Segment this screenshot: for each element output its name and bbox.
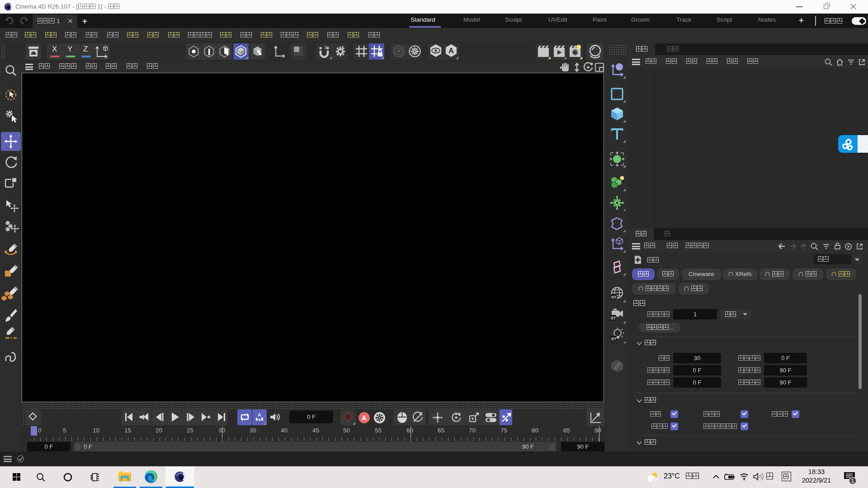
svg-text:ST: ST [611,316,616,320]
svg-text:1: 1 [851,478,854,484]
svg-text:ST: ST [611,337,617,341]
svg-text:A: A [362,414,367,422]
svg-text:ST: ST [611,295,617,300]
svg-text:A: A [448,47,454,55]
svg-text:A: A [258,412,261,418]
